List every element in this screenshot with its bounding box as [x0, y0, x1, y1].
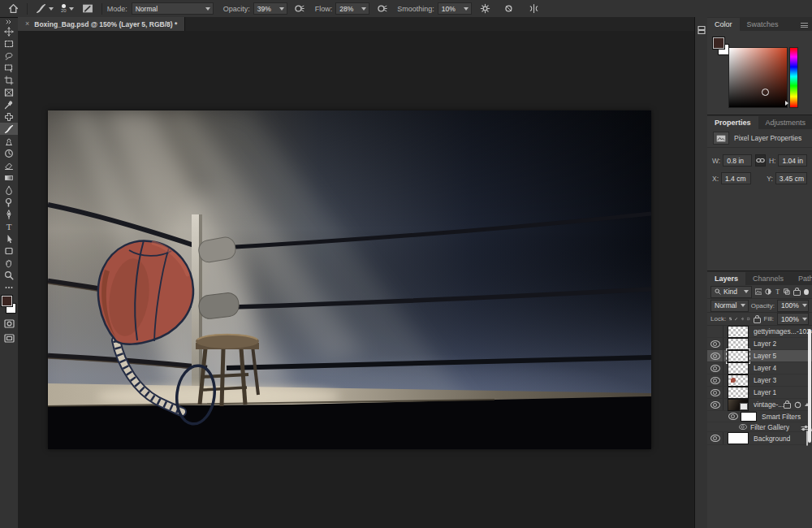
x-field[interactable]: 1.4 cm — [721, 172, 751, 184]
tool-frame[interactable] — [0, 86, 18, 98]
layer-thumbnail[interactable] — [728, 362, 749, 374]
brush-settings-toggle[interactable] — [79, 2, 97, 15]
tool-type[interactable]: T — [0, 220, 18, 232]
tab-paths[interactable]: Paths — [791, 272, 812, 285]
y-field[interactable]: 3.45 cm — [775, 172, 807, 184]
filter-pixel-icon[interactable] — [755, 288, 762, 296]
lock-artboard-icon[interactable] — [747, 315, 749, 322]
visibility-toggle[interactable] — [737, 423, 749, 431]
visibility-toggle[interactable] — [710, 435, 721, 442]
filter-pin-toggle[interactable] — [804, 289, 809, 295]
visibility-toggle[interactable] — [728, 413, 739, 420]
filter-type-icon[interactable]: T — [775, 288, 780, 296]
tool-clone-stamp[interactable] — [0, 135, 18, 147]
tool-rectangular-marquee[interactable] — [0, 37, 18, 50]
tool-preset-picker[interactable] — [36, 3, 54, 14]
brush-preset-picker[interactable]: 20 — [61, 4, 74, 13]
layer-thumbnail[interactable] — [728, 432, 749, 444]
hue-slider-marker[interactable] — [785, 101, 788, 106]
tool-hand[interactable] — [0, 257, 18, 269]
tool-zoom[interactable] — [0, 269, 18, 281]
tool-gradient[interactable] — [0, 171, 18, 184]
lock-all-icon[interactable] — [754, 318, 761, 323]
visibility-toggle[interactable] — [710, 377, 721, 384]
pressure-size-toggle[interactable] — [501, 2, 519, 15]
visibility-toggle[interactable] — [710, 389, 721, 396]
layer-row[interactable]: Layer 3 — [707, 374, 812, 387]
airbrush-toggle[interactable] — [373, 2, 391, 15]
tool-eraser[interactable] — [0, 159, 18, 171]
close-tab-icon[interactable]: × — [25, 20, 29, 28]
screen-mode-button[interactable] — [0, 332, 18, 344]
hue-slider[interactable] — [789, 47, 798, 108]
visibility-toggle[interactable] — [710, 353, 721, 360]
canvas-image[interactable] — [48, 110, 651, 449]
tab-swatches[interactable]: Swatches — [740, 18, 786, 31]
foreground-color-swatch[interactable] — [2, 296, 12, 306]
layer-row[interactable]: Layer 1 — [707, 387, 812, 399]
height-field[interactable]: 1.04 in — [778, 154, 807, 167]
width-field[interactable]: 0.8 in — [723, 154, 752, 167]
lock-position-icon[interactable] — [741, 315, 744, 322]
mode-select[interactable]: Normal — [132, 2, 214, 15]
pressure-opacity-toggle[interactable] — [291, 2, 309, 15]
tool-object-selection[interactable] — [0, 62, 18, 74]
layer-row-selected[interactable]: Layer 5 — [707, 350, 812, 362]
color-field[interactable] — [728, 47, 788, 108]
filter-adjustment-icon[interactable] — [765, 288, 771, 296]
layer-row[interactable]: Layer 2 — [707, 338, 812, 350]
blend-mode-select[interactable]: Normal — [710, 300, 749, 312]
edit-toolbar-button[interactable] — [0, 281, 18, 293]
tool-lasso[interactable] — [0, 50, 18, 62]
color-panel-swatches[interactable] — [713, 37, 729, 55]
layers-opacity-select[interactable]: 100% — [777, 300, 809, 312]
lock-pixels-icon[interactable] — [735, 315, 737, 322]
tab-channels[interactable]: Channels — [745, 272, 791, 285]
flow-select[interactable]: 28% — [335, 2, 369, 15]
symmetry-button[interactable] — [525, 2, 543, 15]
color-swatches[interactable] — [2, 296, 16, 314]
opacity-select[interactable]: 39% — [253, 2, 287, 15]
filter-gallery-row[interactable]: Filter Gallery — [707, 422, 812, 432]
visibility-toggle[interactable] — [710, 365, 721, 372]
tool-pen[interactable] — [0, 208, 18, 220]
document-tab[interactable]: × Boxing_Bag.psd @ 150% (Layer 5, RGB/8)… — [18, 17, 185, 31]
tool-path-selection[interactable] — [0, 232, 18, 245]
layer-filter-type-select[interactable]: Kind — [710, 286, 752, 298]
foreground-color-swatch[interactable] — [713, 37, 724, 49]
tool-eyedropper[interactable] — [0, 98, 18, 110]
tool-rectangle[interactable] — [0, 245, 18, 257]
tool-history-brush[interactable] — [0, 147, 18, 159]
fill-select[interactable]: 100% — [777, 313, 809, 325]
tab-color[interactable]: Color — [707, 18, 740, 31]
tool-brush[interactable] — [0, 123, 18, 135]
color-field-cursor[interactable] — [762, 89, 769, 96]
layer-row[interactable]: gettyimages...-1024x1024 — [707, 326, 812, 338]
tool-move[interactable] — [0, 25, 18, 37]
layer-thumbnail[interactable] — [728, 326, 749, 338]
collapsed-panel-button[interactable] — [697, 24, 706, 38]
visibility-toggle[interactable] — [710, 401, 721, 409]
filter-shape-icon[interactable] — [784, 288, 790, 296]
visibility-toggle[interactable] — [710, 328, 721, 335]
layer-row[interactable]: vintage-...an-swart — [707, 399, 812, 411]
tab-layers[interactable]: Layers — [707, 272, 745, 285]
lock-transparency-icon[interactable] — [729, 315, 732, 322]
smart-object-thumbnail[interactable] — [728, 399, 749, 411]
layer-row[interactable]: Layer 4 — [707, 362, 812, 374]
tool-blur[interactable] — [0, 184, 18, 196]
layer-thumbnail[interactable] — [728, 350, 749, 362]
tool-spot-healing-brush[interactable] — [0, 110, 18, 123]
home-button[interactable] — [4, 2, 22, 15]
toolbar-collapse-button[interactable] — [6, 18, 12, 25]
layer-thumbnail[interactable] — [728, 387, 749, 399]
smoothing-options-button[interactable] — [477, 2, 495, 15]
visibility-toggle[interactable] — [710, 340, 721, 348]
panel-menu-icon[interactable] — [801, 23, 808, 28]
layer-thumbnail[interactable] — [728, 338, 749, 350]
tool-crop[interactable] — [0, 74, 18, 86]
layers-scrollbar[interactable] — [808, 329, 811, 443]
quick-mask-button[interactable] — [0, 318, 18, 330]
filter-mask-thumbnail[interactable] — [741, 412, 757, 422]
background-layer-row[interactable]: Background — [707, 432, 812, 445]
